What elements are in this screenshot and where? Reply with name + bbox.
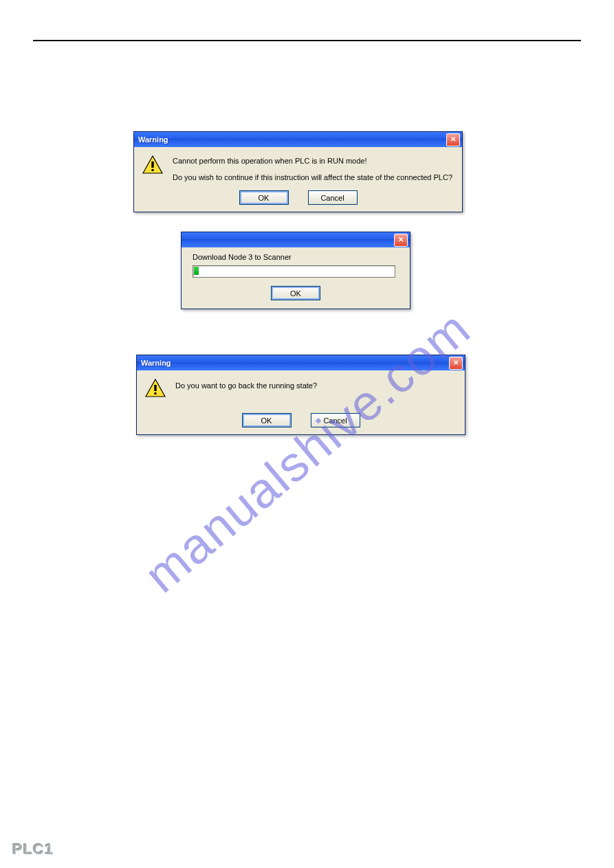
close-icon[interactable] bbox=[394, 234, 408, 247]
download-progress-dialog: Download Node 3 to Scanner OK bbox=[181, 232, 410, 309]
button-row: OK Cancel bbox=[145, 413, 457, 427]
watermark-text: manualshive.com bbox=[133, 300, 481, 603]
svg-point-5 bbox=[154, 392, 157, 395]
dialog-body: Cannot perform this operation when PLC i… bbox=[134, 147, 462, 212]
message-text: Cannot perform this operation when PLC i… bbox=[173, 155, 454, 183]
svg-rect-1 bbox=[151, 162, 153, 168]
titlebar: Warning bbox=[134, 132, 462, 147]
close-icon[interactable] bbox=[446, 133, 460, 146]
message-line-1: Cannot perform this operation when PLC i… bbox=[173, 155, 454, 168]
button-row: OK bbox=[193, 286, 399, 300]
page-top-rule bbox=[33, 40, 581, 41]
content-row: Do you want to go back the running state… bbox=[145, 379, 457, 398]
cancel-button[interactable]: Cancel bbox=[308, 190, 358, 205]
message-line-2: Do you wish to continue if this instruct… bbox=[173, 172, 454, 184]
progress-fill bbox=[194, 267, 199, 275]
warning-icon bbox=[142, 155, 163, 175]
ok-button[interactable]: OK bbox=[239, 190, 289, 205]
dialog-title: Warning bbox=[138, 135, 168, 144]
ok-button[interactable]: OK bbox=[271, 286, 320, 300]
dialog-body: Download Node 3 to Scanner OK bbox=[182, 247, 410, 309]
warning-icon bbox=[145, 379, 166, 398]
close-icon[interactable] bbox=[449, 357, 463, 370]
progress-bar bbox=[193, 265, 395, 278]
svg-point-2 bbox=[151, 169, 154, 172]
warning-dialog-run-mode: Warning Cannot perform this operation wh… bbox=[133, 131, 463, 212]
titlebar bbox=[182, 232, 410, 247]
titlebar: Warning bbox=[137, 355, 465, 370]
plc-badge: PLC1 bbox=[12, 841, 54, 858]
content-row: Cannot perform this operation when PLC i… bbox=[142, 155, 454, 183]
message-line-1: Do you want to go back the running state… bbox=[175, 380, 457, 392]
dialog-body: Do you want to go back the running state… bbox=[137, 370, 465, 434]
progress-label: Download Node 3 to Scanner bbox=[193, 253, 399, 261]
cancel-button[interactable]: Cancel bbox=[311, 413, 360, 427]
message-text: Do you want to go back the running state… bbox=[175, 379, 457, 392]
warning-dialog-go-back: Warning Do you want to go back the runni… bbox=[136, 355, 465, 435]
ok-button[interactable]: OK bbox=[242, 413, 292, 427]
svg-rect-4 bbox=[154, 385, 156, 391]
dialog-title: Warning bbox=[141, 359, 171, 367]
button-row: OK Cancel bbox=[142, 190, 454, 205]
